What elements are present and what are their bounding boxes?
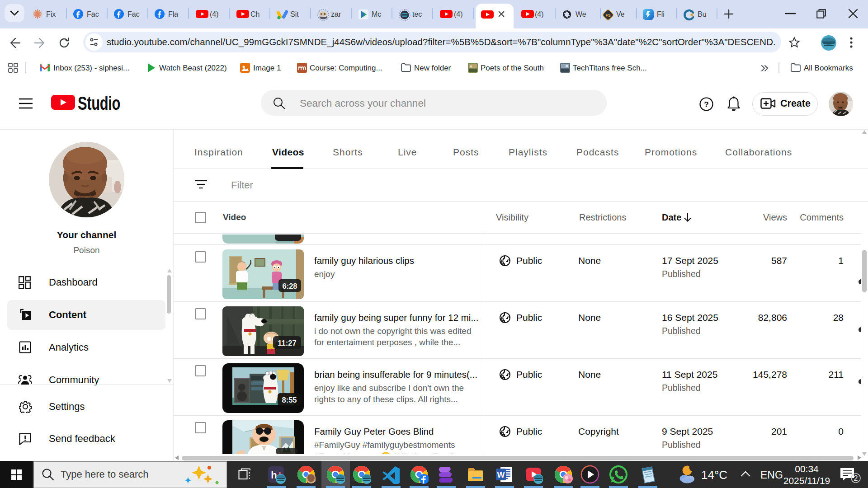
svg-text:8:55: 8:55 bbox=[282, 396, 297, 404]
svg-text:?: ? bbox=[704, 100, 708, 109]
svg-text:FS: FS bbox=[605, 13, 611, 18]
svg-text:W: W bbox=[497, 470, 505, 479]
svg-text:6:28: 6:28 bbox=[282, 282, 297, 290]
svg-text:2: 2 bbox=[854, 474, 858, 482]
svg-text:11:27: 11:27 bbox=[278, 339, 296, 347]
